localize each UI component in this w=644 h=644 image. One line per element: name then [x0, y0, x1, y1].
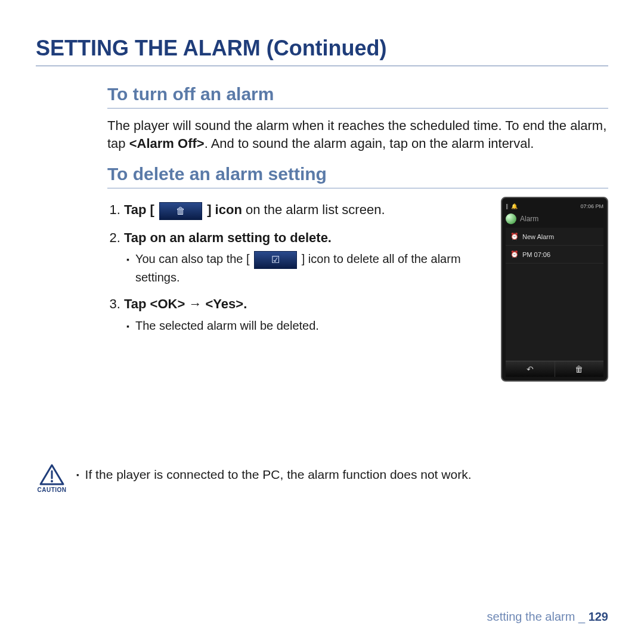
- select-all-icon: ☑: [254, 251, 297, 269]
- alarm-icon: ⏰: [510, 250, 519, 258]
- device-status-time: 07:06 PM: [580, 203, 603, 209]
- device-status-bar: ∥ 🔔 07:06 PM: [506, 202, 603, 211]
- footer-section: setting the alarm: [487, 610, 575, 623]
- section-turn-off-text: The player will sound the alarm when it …: [107, 117, 608, 152]
- caution-text: If the player is connected to the PC, th…: [76, 466, 471, 482]
- step-text: ] icon: [207, 202, 242, 217]
- device-row-alarm-time[interactable]: ⏰ PM 07:06: [506, 246, 603, 264]
- step-3-sub: The selected alarm will be deleted.: [126, 317, 487, 335]
- device-header: Alarm: [506, 213, 603, 224]
- page-footer: setting the alarm _ 129: [487, 610, 608, 624]
- step-2-sub: You can also tap the [ ☑ ] icon to delet…: [126, 250, 487, 286]
- device-row-new-alarm[interactable]: ⏰ New Alarm: [506, 228, 603, 246]
- step-text: Tap <OK> → <Yes>.: [124, 296, 247, 311]
- caution-icon: CAUTION: [36, 464, 68, 493]
- step-text: Tap [: [124, 202, 154, 217]
- sub-text: You can also tap the [: [135, 252, 250, 265]
- clock-icon: [506, 213, 516, 224]
- step-text: Tap on an alarm setting to delete.: [124, 230, 332, 245]
- sub-text: The selected alarm will be deleted.: [135, 317, 319, 335]
- step-1: Tap [ 🗑 ] icon on the alarm list screen.: [124, 200, 487, 219]
- steps-list: Tap [ 🗑 ] icon on the alarm list screen.…: [107, 197, 487, 343]
- caution-block: CAUTION If the player is connected to th…: [36, 464, 608, 493]
- content-area: To turn off an alarm The player will sou…: [107, 84, 608, 382]
- pause-icon: ∥: [506, 203, 509, 209]
- step-2: Tap on an alarm setting to delete. You c…: [124, 228, 487, 287]
- alarm-icon: ⏰: [510, 233, 519, 240]
- svg-point-2: [51, 480, 53, 482]
- step-3: Tap <OK> → <Yes>. The selected alarm wil…: [124, 295, 487, 335]
- device-header-label: Alarm: [520, 215, 538, 223]
- device-alarm-list: ⏰ New Alarm ⏰ PM 07:06: [506, 228, 603, 361]
- back-button[interactable]: ↶: [506, 361, 555, 377]
- row-label: PM 07:06: [522, 251, 550, 258]
- device-screenshot: ∥ 🔔 07:06 PM Alarm ⏰ New Alarm ⏰: [501, 197, 608, 382]
- page-title: SETTING THE ALARM (Continued): [36, 36, 608, 66]
- section-turn-off-title: To turn off an alarm: [107, 84, 608, 109]
- section-delete-title: To delete an alarm setting: [107, 164, 608, 188]
- trash-icon: 🗑: [159, 202, 202, 220]
- caution-label: CAUTION: [36, 487, 68, 493]
- step-text: on the alarm list screen.: [242, 202, 385, 217]
- device-nav-bar: ↶ 🗑: [506, 361, 603, 377]
- row-label: New Alarm: [522, 233, 554, 240]
- text-bold-alarm-off: <Alarm Off>: [129, 136, 205, 151]
- footer-page-number: 129: [589, 610, 608, 623]
- text-segment: . And to sound the alarm again, tap on t…: [205, 136, 534, 151]
- footer-sep: _: [578, 610, 585, 623]
- trash-button[interactable]: 🗑: [555, 361, 604, 377]
- bell-icon: 🔔: [511, 203, 518, 209]
